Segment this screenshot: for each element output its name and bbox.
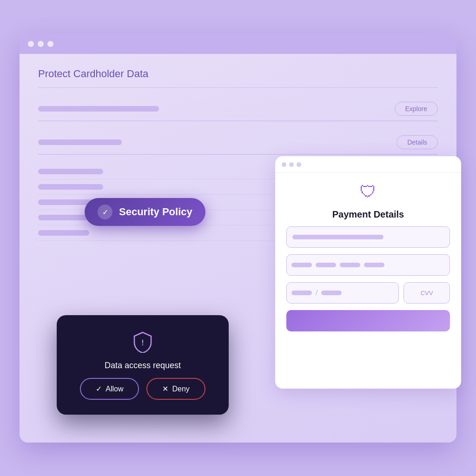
page-title: Protect Cardholder Data [38,68,438,80]
submit-button[interactable] [286,310,450,331]
list-bar-1 [38,106,159,112]
list-bar-7 [38,230,89,236]
chip-1 [291,263,312,267]
deny-x-icon: ✕ [162,384,168,393]
expiry-mm [291,291,312,295]
traffic-dot-2 [38,41,44,47]
explore-button[interactable]: Explore [395,102,438,116]
list-row-1: Explore [38,97,438,121]
cvv-input[interactable]: CVV [403,282,450,304]
access-request-card: ! Data access request ✓ Allow ✕ Deny [57,315,229,415]
allow-check-icon: ✓ [96,384,102,393]
expiry-input[interactable]: / [286,282,399,304]
security-policy-badge[interactable]: ✓ Security Policy [85,198,205,226]
chip-3 [340,263,360,267]
allow-button[interactable]: ✓ Allow [80,378,139,400]
badge-check-icon: ✓ [98,205,112,219]
details-button[interactable]: Details [397,135,438,149]
access-buttons: ✓ Allow ✕ Deny [70,378,216,400]
browser-content: Protect Cardholder Data Explore Details [20,54,456,443]
inner-dot-2 [289,162,294,167]
warning-shield-icon: ! [131,330,154,353]
inner-dot-3 [297,162,301,167]
browser-window: Protect Cardholder Data Explore Details [20,33,456,443]
browser-titlebar [20,33,456,54]
security-policy-label: Security Policy [119,206,192,218]
payment-content: 🛡 Payment Details [275,173,461,341]
list-row-2: Details [38,131,438,154]
row-divider-2 [38,154,438,155]
payment-panel: 🛡 Payment Details [275,156,461,389]
title-divider [38,87,438,88]
allow-label: Allow [106,385,123,393]
access-request-title: Data access request [105,361,181,370]
deny-label: Deny [172,385,189,393]
traffic-dot-1 [28,41,34,47]
shield-icon: 🛡 [360,182,377,202]
deny-button[interactable]: ✕ Deny [146,378,205,400]
list-bar-4 [38,184,103,190]
svg-text:!: ! [141,339,144,347]
expiry-cvv-row: / CVV [286,282,450,304]
chip-4 [364,263,384,267]
expiry-yy [321,291,342,295]
traffic-dot-3 [47,41,53,47]
card-number-input[interactable] [286,226,450,248]
slash-divider: / [316,289,317,297]
payment-title: Payment Details [332,209,404,220]
row-divider-1 [38,121,438,121]
cvv-label: CVV [421,290,433,297]
list-bar-3 [38,169,103,174]
list-bar-2 [38,139,122,145]
card-number-bar [292,235,383,239]
inner-titlebar [275,156,461,173]
chip-2 [316,263,336,267]
inner-dot-1 [282,162,286,167]
card-chips-input[interactable] [286,254,450,276]
